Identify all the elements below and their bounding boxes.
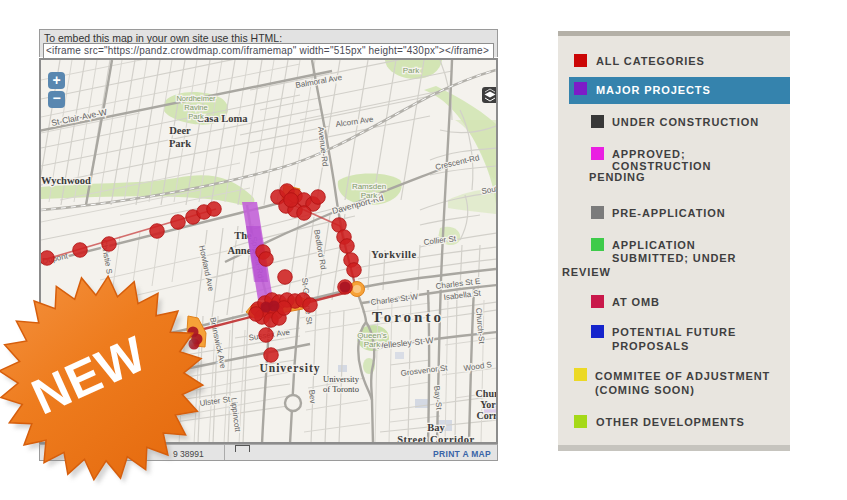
svg-text:Park: Park (169, 138, 191, 149)
svg-text:Park: Park (361, 191, 378, 200)
svg-text:Chur: Chur (476, 388, 496, 399)
svg-text:University: University (323, 374, 360, 384)
svg-text:Queen's: Queen's (357, 331, 387, 340)
svg-text:Park: Park (364, 340, 381, 349)
svg-text:Park: Park (188, 112, 204, 121)
svg-text:Nordheimer: Nordheimer (176, 94, 216, 103)
svg-text:Ravine: Ravine (184, 103, 207, 112)
svg-text:Toronto: Toronto (372, 309, 444, 325)
svg-text:Corr: Corr (476, 410, 496, 421)
svg-text:Park: Park (403, 66, 420, 75)
svg-text:of Toronto: of Toronto (323, 384, 359, 394)
svg-text:Wychwood: Wychwood (41, 175, 91, 186)
svg-text:Ramsden: Ramsden (352, 182, 386, 191)
svg-text:Yorkville: Yorkville (371, 249, 416, 260)
svg-text:Yor: Yor (480, 399, 496, 410)
svg-text:Deer: Deer (169, 125, 191, 136)
svg-text:Bev: Bev (307, 389, 317, 404)
svg-text:University: University (259, 362, 320, 375)
svg-text:Street Corridor: Street Corridor (397, 434, 475, 442)
svg-text:Casa Loma: Casa Loma (196, 113, 248, 124)
svg-text:Bay: Bay (427, 422, 445, 433)
